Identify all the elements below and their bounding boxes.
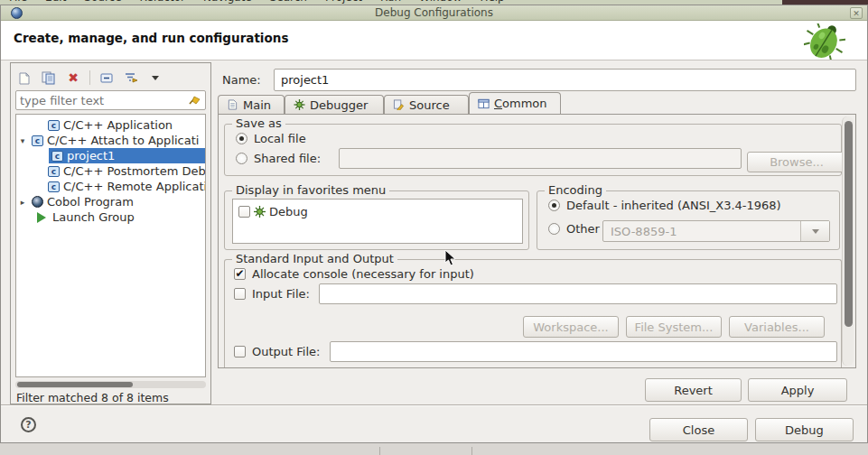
encoding-default-radio[interactable] — [548, 200, 560, 211]
tree-item-cpp-attach[interactable]: ▾ c C/C++ Attach to Applicati — [16, 133, 205, 148]
tab-debugger[interactable]: Debugger — [285, 95, 384, 114]
duplicate-configuration-icon[interactable] — [41, 70, 57, 86]
favorites-item-debug[interactable]: Debug — [238, 205, 308, 218]
dialog-header: Create, manage, and run configurations — [1, 21, 867, 60]
input-file-checkbox[interactable] — [234, 288, 246, 300]
sidebar-horizontal-scrollbar[interactable] — [15, 381, 206, 388]
tab-common[interactable]: Common — [469, 92, 561, 114]
input-file-input[interactable] — [319, 283, 837, 304]
debug-button[interactable]: Debug — [755, 418, 854, 441]
local-file-radio[interactable] — [236, 133, 247, 144]
variables-button[interactable]: Variables... — [729, 316, 825, 338]
dialog-titlebar[interactable]: Debug Configurations ✕ — [1, 5, 867, 21]
tree-item-label: C/C++ Remote Applicatio — [63, 180, 205, 193]
dialog-title: Debug Configurations — [1, 6, 867, 19]
eclipse-icon — [11, 7, 23, 19]
stdio-group-title: Standard Input and Output — [232, 252, 397, 265]
tab-common-label: Common — [494, 97, 547, 110]
shared-file-label: Shared file: — [254, 152, 321, 165]
tree-item-label: C/C++ Postmortem Debu — [63, 164, 205, 178]
tree-item-project1[interactable]: c project1 — [16, 148, 205, 163]
tree-item-cpp-postmortem[interactable]: c C/C++ Postmortem Debu — [16, 163, 205, 179]
bg-menu-window: Window — [419, 0, 462, 4]
sidebar-toolbar: ✖ — [16, 67, 163, 88]
launch-group-icon — [37, 212, 46, 223]
scrollbar-thumb[interactable] — [845, 121, 853, 327]
browse-button[interactable]: Browse... — [747, 152, 846, 172]
expander-closed-icon[interactable]: ▸ — [16, 198, 29, 207]
collapse-all-icon[interactable] — [98, 70, 115, 86]
bg-menu-project: Project — [325, 0, 362, 4]
common-tab-icon — [478, 98, 490, 109]
input-file-label: Input File: — [252, 287, 310, 301]
tree-item-label: C/C++ Attach to Applicati — [47, 134, 199, 147]
revert-button[interactable]: Revert — [645, 378, 742, 402]
delete-configuration-icon[interactable]: ✖ — [65, 70, 81, 86]
background-divider — [471, 447, 472, 455]
tab-main[interactable]: Main — [218, 95, 285, 114]
shared-file-input[interactable] — [339, 148, 742, 169]
source-tab-icon — [393, 99, 405, 110]
background-divider — [379, 447, 380, 455]
toolbar-separator — [89, 70, 90, 85]
menu-dropdown-icon[interactable] — [147, 70, 163, 86]
close-window-icon[interactable]: ✕ — [850, 7, 863, 19]
bg-menu-run: Run — [380, 0, 401, 4]
debug-configurations-dialog: Debug Configurations ✕ Create, manage, a… — [0, 5, 868, 443]
output-file-checkbox[interactable] — [234, 346, 246, 358]
debug-favorite-checkbox[interactable] — [238, 206, 250, 218]
tree-item-label: Cobol Program — [47, 195, 134, 209]
tab-source-label: Source — [409, 98, 450, 112]
favorites-group: Display in favorites menu Debug — [224, 190, 529, 250]
allocate-console-checkbox[interactable] — [234, 268, 246, 280]
file-system-button[interactable]: File System... — [626, 316, 722, 338]
favorites-group-title: Display in favorites menu — [232, 183, 389, 197]
tree-item-cpp-application[interactable]: c C/C++ Application — [16, 117, 205, 133]
encoding-other-combo[interactable]: ISO-8859-1 — [602, 220, 830, 242]
c-app-icon: c — [48, 181, 60, 192]
shared-file-radio[interactable] — [236, 153, 247, 164]
allocate-console-label: Allocate console (necessary for input) — [252, 267, 474, 281]
content-vertical-scrollbar[interactable] — [842, 116, 854, 366]
c-app-icon: c — [48, 120, 60, 131]
bg-menu-edit: Edit — [45, 0, 66, 4]
apply-button[interactable]: Apply — [748, 378, 847, 402]
configurations-sidebar: ✖ c C/C++ Application — [10, 62, 211, 404]
output-file-input[interactable] — [330, 341, 837, 362]
filter-field-wrap — [15, 90, 206, 110]
name-input[interactable] — [274, 69, 856, 91]
close-button[interactable]: Close — [649, 418, 748, 441]
header-title: Create, manage, and run configurations — [14, 31, 288, 45]
tab-debugger-label: Debugger — [310, 98, 368, 112]
encoding-other-radio[interactable] — [548, 223, 560, 235]
main-tab-icon — [227, 99, 238, 110]
encoding-group-title: Encoding — [545, 183, 606, 197]
filter-configurations-icon[interactable] — [123, 70, 139, 86]
save-as-group: Save as Local file Shared file: Browse..… — [224, 124, 842, 176]
encoding-other-value: ISO-8859-1 — [603, 225, 800, 238]
tab-main-label: Main — [243, 98, 271, 112]
expander-open-icon[interactable]: ▾ — [16, 136, 29, 145]
tab-source[interactable]: Source — [384, 95, 469, 114]
save-as-group-title: Save as — [232, 116, 285, 130]
favorites-item-label: Debug — [269, 205, 308, 218]
configurations-tree: c C/C++ Application ▾ c C/C++ Attach to … — [15, 114, 206, 377]
local-file-label: Local file — [254, 132, 306, 145]
tree-item-cobol-program[interactable]: ▸ Cobol Program — [16, 194, 205, 209]
debug-bug-icon — [254, 206, 266, 218]
workspace-button[interactable]: Workspace... — [523, 316, 619, 338]
tree-item-label: Launch Group — [52, 210, 135, 224]
tree-item-launch-group[interactable]: Launch Group — [16, 209, 205, 225]
bg-menu-navigate: Navigate — [203, 0, 252, 4]
bg-menu-search: Search — [270, 0, 307, 4]
combo-dropdown-icon[interactable] — [800, 221, 829, 241]
encoding-default-label: Default - inherited (ANSI_X3.4-1968) — [566, 199, 781, 212]
help-icon[interactable]: ? — [21, 417, 36, 432]
new-configuration-icon[interactable] — [16, 70, 33, 86]
c-app-icon: c — [51, 151, 63, 162]
filter-input[interactable] — [16, 94, 187, 107]
clear-filter-icon[interactable] — [187, 94, 201, 107]
tree-item-cpp-remote[interactable]: c C/C++ Remote Applicatio — [16, 179, 205, 194]
scrollbar-thumb[interactable] — [17, 382, 133, 387]
favorites-list: Debug — [232, 199, 523, 244]
